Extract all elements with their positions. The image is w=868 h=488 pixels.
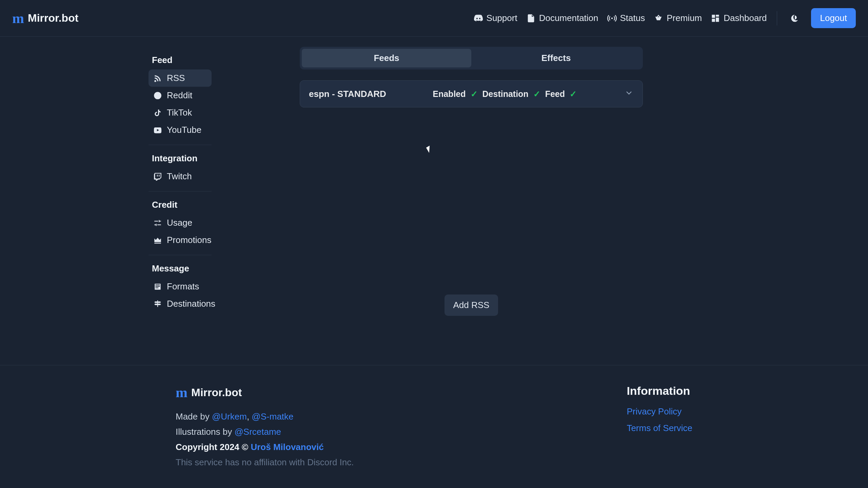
nav-documentation[interactable]: Documentation (526, 13, 598, 23)
brand-logo[interactable]: m Mirror.bot (12, 10, 78, 26)
sidebar-item-destinations[interactable]: Destinations (149, 295, 212, 312)
footer: m Mirror.bot Made by @Urkem, @S-matke Il… (0, 365, 868, 488)
footer-tos-link[interactable]: Terms of Service (627, 423, 692, 433)
theme-toggle[interactable] (787, 11, 802, 26)
sidebar-section-credit: Credit Usage Promotions (149, 191, 212, 253)
nav-separator (777, 11, 777, 25)
feed-row[interactable]: espn - STANDARD Enabled ✓ Destination ✓ … (300, 80, 643, 107)
sidebar-section-message: Message Formats Destinations (149, 255, 212, 317)
footer-text: Illustrations by (176, 427, 234, 437)
logo-mark-icon: m (176, 384, 186, 401)
add-rss-button[interactable]: Add RSS (445, 294, 498, 316)
sidebar-item-reddit[interactable]: Reddit (149, 87, 212, 104)
footer-copyright-link[interactable]: Uroš Milovanović (251, 442, 323, 452)
check-icon: ✓ (471, 89, 478, 99)
sidebar-item-twitch[interactable]: Twitch (149, 168, 212, 185)
tiktok-icon (153, 108, 162, 117)
sidebar: Feed RSS Reddit TikTok YouTube Integrati… (149, 47, 212, 365)
footer-privacy-link[interactable]: Privacy Policy (627, 406, 692, 417)
sidebar-item-youtube[interactable]: YouTube (149, 121, 212, 139)
footer-author1-link[interactable]: @Urkem (212, 411, 247, 422)
status-enabled-label: Enabled (433, 89, 466, 99)
check-icon: ✓ (533, 89, 540, 99)
chevron-down-icon (624, 88, 634, 98)
footer-disclaimer: This service has no affiliaton with Disc… (176, 457, 354, 468)
main-area: Feed RSS Reddit TikTok YouTube Integrati… (0, 37, 868, 365)
feed-row-statuses: Enabled ✓ Destination ✓ Feed ✓ (433, 89, 577, 99)
feed-row-name: espn - STANDARD (309, 89, 433, 99)
tab-effects[interactable]: Effects (471, 49, 641, 67)
sidebar-heading-integration: Integration (149, 150, 212, 168)
sidebar-item-label: YouTube (167, 125, 201, 135)
youtube-icon (153, 126, 162, 135)
signpost-icon (153, 300, 162, 308)
sidebar-item-label: Promotions (167, 235, 212, 245)
sliders-icon (153, 219, 162, 227)
nav-premium[interactable]: Premium (654, 13, 702, 23)
footer-text: Copyright 2024 © (176, 442, 251, 452)
nav-premium-label: Premium (667, 13, 702, 23)
svg-point-0 (154, 92, 161, 99)
sidebar-item-label: TikTok (167, 107, 192, 118)
dashboard-icon (711, 14, 720, 23)
footer-made-by: Made by @Urkem, @S-matke (176, 411, 354, 422)
sidebar-item-formats[interactable]: Formats (149, 278, 212, 295)
app-header: m Mirror.bot Support Documentation Statu… (0, 0, 868, 37)
discord-icon (474, 14, 483, 23)
logout-button[interactable]: Logout (811, 8, 856, 28)
footer-info-heading: Information (627, 384, 692, 398)
tab-feeds[interactable]: Feeds (302, 49, 471, 67)
footer-logo[interactable]: m Mirror.bot (176, 384, 354, 401)
nav-dashboard[interactable]: Dashboard (711, 13, 767, 23)
status-destination-label: Destination (482, 89, 529, 99)
sidebar-item-usage[interactable]: Usage (149, 214, 212, 231)
logo-mark-icon: m (12, 10, 23, 26)
footer-author2-link[interactable]: @S-matke (252, 411, 293, 422)
check-icon: ✓ (570, 89, 577, 99)
footer-text: , (247, 411, 252, 422)
header-nav: Support Documentation Status Premium Das… (474, 8, 856, 28)
nav-dashboard-label: Dashboard (724, 13, 767, 23)
sidebar-heading-message: Message (149, 260, 212, 278)
expand-toggle[interactable] (624, 88, 634, 100)
sidebar-section-integration: Integration Twitch (149, 145, 212, 190)
sidebar-item-label: Twitch (167, 171, 192, 182)
sidebar-section-feed: Feed RSS Reddit TikTok YouTube (149, 47, 212, 143)
content-tabs: Feeds Effects (300, 47, 643, 69)
sidebar-item-label: Destinations (167, 299, 215, 309)
sidebar-heading-feed: Feed (149, 52, 212, 69)
footer-copyright: Copyright 2024 © Uroš Milovanović (176, 442, 354, 452)
footer-left: m Mirror.bot Made by @Urkem, @S-matke Il… (176, 384, 354, 468)
twitch-icon (153, 172, 162, 181)
crown-icon (153, 236, 162, 245)
sidebar-item-label: Reddit (167, 90, 192, 101)
content-area: Feeds Effects espn - STANDARD Enabled ✓ … (300, 47, 643, 365)
nav-documentation-label: Documentation (539, 13, 598, 23)
brand-name: Mirror.bot (28, 12, 78, 24)
sidebar-item-rss[interactable]: RSS (149, 69, 212, 87)
footer-text: Made by (176, 411, 212, 422)
sidebar-item-label: RSS (167, 73, 185, 83)
list-icon (153, 282, 162, 291)
reddit-icon (153, 91, 162, 100)
nav-status[interactable]: Status (607, 13, 645, 23)
sidebar-item-promotions[interactable]: Promotions (149, 231, 212, 249)
rss-icon (153, 74, 162, 83)
sidebar-item-tiktok[interactable]: TikTok (149, 104, 212, 121)
document-icon (526, 14, 536, 23)
nav-support[interactable]: Support (474, 13, 517, 23)
nav-support-label: Support (487, 13, 517, 23)
broadcast-icon (607, 14, 617, 23)
status-feed-label: Feed (545, 89, 565, 99)
footer-brand-name: Mirror.bot (191, 386, 242, 399)
sidebar-item-label: Usage (167, 218, 192, 228)
sidebar-item-label: Formats (167, 281, 199, 292)
footer-right: Information Privacy Policy Terms of Serv… (627, 384, 692, 468)
premium-icon (654, 14, 663, 23)
footer-illustrations: Illustrations by @Srcetame (176, 427, 354, 437)
theme-icon (790, 14, 800, 23)
sidebar-heading-credit: Credit (149, 196, 212, 214)
footer-illustrator-link[interactable]: @Srcetame (234, 427, 281, 437)
nav-status-label: Status (620, 13, 645, 23)
